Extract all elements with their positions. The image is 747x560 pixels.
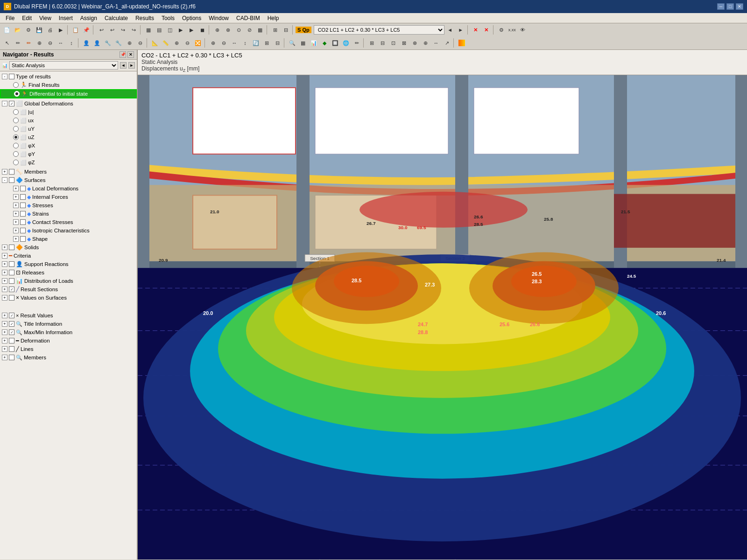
tb2-37[interactable]: ⊗ xyxy=(409,38,420,48)
tb2-8[interactable]: 👤 xyxy=(81,38,92,48)
tb-view6[interactable]: ◼ xyxy=(197,25,207,35)
uy-radio[interactable] xyxy=(13,126,19,132)
global-deformations-item[interactable]: - ✓ ⬜ Global Deformations xyxy=(0,99,137,108)
criteria-item[interactable]: + ━ Criteria xyxy=(0,252,137,260)
phix-radio[interactable] xyxy=(13,143,19,148)
result-values-bottom-item[interactable]: + ✓ × Result Values xyxy=(0,311,137,320)
tb-save[interactable]: 💾 xyxy=(34,25,44,35)
phiy-radio[interactable] xyxy=(13,151,19,157)
result-sections-expander[interactable]: + xyxy=(2,287,7,292)
tb2-13[interactable]: ⊖ xyxy=(135,38,145,48)
menu-results[interactable]: Results xyxy=(132,14,158,22)
tb2-34[interactable]: ⊟ xyxy=(377,38,388,48)
tb2-32[interactable]: ✏ xyxy=(352,38,362,48)
isotropic-item[interactable]: + ◆ Isotropic Characteristics xyxy=(0,226,137,235)
tb2-10[interactable]: 🔧 xyxy=(103,38,113,48)
result-values-expander[interactable]: + xyxy=(2,313,7,318)
tb2-4[interactable]: ⊕ xyxy=(34,38,44,48)
local-deformations-expander[interactable]: + xyxy=(13,186,19,191)
tb-grid1[interactable]: ⊞ xyxy=(270,25,280,35)
ux-radio[interactable] xyxy=(13,118,19,123)
val-surfaces-expander[interactable]: + xyxy=(2,295,7,301)
tb2-21[interactable]: ↔ xyxy=(229,38,240,48)
tb2-26[interactable]: 🔍 xyxy=(287,38,297,48)
ux-item[interactable]: ⬜ ux xyxy=(0,116,137,125)
tb-print[interactable]: 🖨 xyxy=(45,25,55,35)
support-reactions-checkbox[interactable] xyxy=(9,261,14,267)
strains-checkbox[interactable] xyxy=(20,211,26,217)
isotropic-expander[interactable]: + xyxy=(13,228,19,233)
differential-item[interactable]: 🏃 Differential to initial state xyxy=(0,89,137,98)
solids-checkbox[interactable] xyxy=(9,245,14,250)
releases-item[interactable]: + ⊡ Releases xyxy=(0,268,137,277)
tb-sel5[interactable]: ▦ xyxy=(255,25,265,35)
local-deformations-checkbox[interactable] xyxy=(20,186,26,191)
combo-select[interactable]: CO2 LC1 + LC2 + 0.30 * LC3 + LC5 xyxy=(314,25,444,35)
tb-settings[interactable]: ⚙ xyxy=(23,25,34,35)
tb-view4[interactable]: ▶ xyxy=(176,25,186,35)
menu-file[interactable]: File xyxy=(2,14,18,22)
criteria-expander[interactable]: + xyxy=(2,253,7,259)
analysis-type-select[interactable]: Static Analysis xyxy=(9,61,118,70)
close-button[interactable]: ✕ xyxy=(736,3,743,10)
tb-nums[interactable]: x.xx xyxy=(507,25,517,35)
global-deformations-checkbox[interactable]: ✓ xyxy=(9,101,14,106)
internal-forces-expander[interactable]: + xyxy=(13,194,19,200)
solids-expander[interactable]: + xyxy=(2,245,7,250)
menu-edit[interactable]: Edit xyxy=(18,14,35,22)
navigator-pin-btn[interactable]: 📌 xyxy=(120,51,126,58)
tb-new[interactable]: 📄 xyxy=(2,25,12,35)
tb2-24[interactable]: ⊞ xyxy=(261,38,272,48)
tb2-19[interactable]: ⊕ xyxy=(208,38,218,48)
tb2-16[interactable]: ⊕ xyxy=(171,38,182,48)
tb2-17[interactable]: ⊖ xyxy=(182,38,192,48)
tb2-29[interactable]: ◆ xyxy=(319,38,330,48)
tb2-11[interactable]: 🔧 xyxy=(113,38,124,48)
maxmin-checkbox[interactable]: ✓ xyxy=(9,329,14,335)
nav-next-btn[interactable]: ► xyxy=(128,62,135,69)
tb2-3[interactable]: ✏ xyxy=(23,38,34,48)
phiy-item[interactable]: ⬜ φY xyxy=(0,150,137,158)
title-info-checkbox[interactable]: ✓ xyxy=(9,321,14,327)
menu-insert[interactable]: Insert xyxy=(55,14,77,22)
tb-delete[interactable]: ✕ xyxy=(471,25,481,35)
tb-redo[interactable]: ↪ xyxy=(118,25,128,35)
menu-window[interactable]: Window xyxy=(205,14,233,22)
menu-cadbim[interactable]: CAD-BIM xyxy=(233,14,264,22)
final-results-radio[interactable] xyxy=(13,82,19,88)
tb2-30[interactable]: 🔲 xyxy=(330,38,340,48)
members-bottom-checkbox[interactable] xyxy=(9,355,14,360)
final-results-item[interactable]: 🏃 Final Results xyxy=(0,81,137,89)
isotropic-checkbox[interactable] xyxy=(20,228,26,233)
maxmin-expander[interactable]: + xyxy=(2,329,7,335)
tb2-39[interactable]: ↔ xyxy=(431,38,441,48)
tb2-5[interactable]: ⊖ xyxy=(45,38,55,48)
tb2-14[interactable]: 📐 xyxy=(150,38,160,48)
maximize-button[interactable]: □ xyxy=(726,3,734,10)
menu-assign[interactable]: Assign xyxy=(77,14,101,22)
u-abs-radio[interactable] xyxy=(13,109,19,115)
tb2-25[interactable]: ⊟ xyxy=(272,38,282,48)
type-of-results-expander[interactable]: - xyxy=(2,74,7,79)
tb-undo[interactable]: ↩ xyxy=(96,25,106,35)
type-of-results-checkbox[interactable] xyxy=(9,74,14,79)
tb-open[interactable]: 📂 xyxy=(13,25,23,35)
uy-item[interactable]: ⬜ uY xyxy=(0,125,137,133)
tb-view5[interactable]: ▶ xyxy=(186,25,197,35)
shape-item[interactable]: + ◆ Shape xyxy=(0,235,137,243)
members-checkbox[interactable] xyxy=(9,169,14,175)
internal-forces-item[interactable]: + ◆ Internal Forces xyxy=(0,193,137,201)
contact-stresses-checkbox[interactable] xyxy=(20,219,26,225)
tb2-grad[interactable] xyxy=(457,38,467,48)
differential-radio[interactable] xyxy=(14,91,20,97)
tb2-1[interactable]: ↖ xyxy=(2,38,12,48)
tb-copy[interactable]: 📋 xyxy=(70,25,81,35)
surfaces-checkbox[interactable] xyxy=(9,177,14,183)
distrib-loads-expander[interactable]: + xyxy=(2,278,7,284)
minimize-button[interactable]: ─ xyxy=(717,3,725,10)
type-of-results-item[interactable]: - Type of results xyxy=(0,72,137,81)
result-values-checkbox[interactable]: ✓ xyxy=(9,313,14,318)
tb-sel1[interactable]: ⊕ xyxy=(212,25,222,35)
menu-view[interactable]: View xyxy=(35,14,55,22)
menu-help[interactable]: Help xyxy=(264,14,283,22)
